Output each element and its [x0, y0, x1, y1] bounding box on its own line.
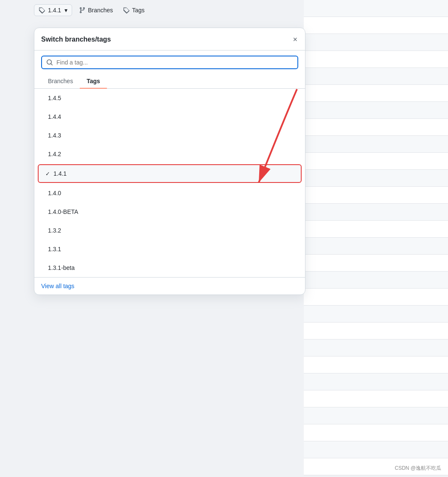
- top-bar: 1.4.1 ▾ Branches Tags: [34, 4, 148, 16]
- tab-tags[interactable]: Tags: [80, 74, 107, 89]
- tags-list: 1.4.51.4.41.4.31.4.2✓1.4.11.4.01.4.0-BET…: [34, 89, 305, 277]
- tag-list-item[interactable]: 1.3.2: [34, 221, 305, 240]
- tag-list-item[interactable]: 1.4.4: [34, 107, 305, 126]
- search-input[interactable]: [56, 59, 293, 66]
- tag-name: 1.4.4: [48, 113, 61, 120]
- branches-label: Branches: [88, 7, 113, 14]
- branch-selector-button[interactable]: 1.4.1 ▾: [34, 4, 72, 16]
- watermark: CSDN @逸航不吃瓜: [395, 465, 441, 472]
- check-icon: ✓: [45, 171, 50, 177]
- branches-nav-link[interactable]: Branches: [76, 5, 116, 16]
- panel-title: Switch branches/tags: [41, 36, 111, 43]
- tag-name: 1.4.5: [48, 95, 61, 101]
- tag-list-item[interactable]: ✓1.4.1: [38, 164, 302, 183]
- tag-name: 1.4.1: [53, 170, 67, 177]
- view-all-tags-link[interactable]: View all tags: [41, 283, 74, 289]
- panel-footer: View all tags: [34, 277, 305, 295]
- search-container: [34, 51, 305, 74]
- tag-list-item[interactable]: 1.4.3: [34, 126, 305, 145]
- branch-selector-label: 1.4.1: [48, 7, 61, 14]
- tag-name: 1.4.2: [48, 151, 61, 157]
- search-icon: [46, 59, 53, 66]
- tab-branches[interactable]: Branches: [41, 74, 80, 89]
- tabs-container: Branches Tags: [34, 74, 305, 89]
- tag-list-item[interactable]: 1.4.2: [34, 145, 305, 163]
- tag-list-item[interactable]: 1.3.1: [34, 240, 305, 258]
- switch-branches-panel: Switch branches/tags × Branches Tags 1.4…: [34, 28, 305, 295]
- tag-name: 1.4.3: [48, 132, 61, 139]
- tags-label: Tags: [132, 7, 145, 14]
- branches-icon: [79, 7, 86, 14]
- background-lines: [304, 0, 448, 477]
- chevron-down-icon: ▾: [64, 7, 67, 14]
- tags-nav-link[interactable]: Tags: [120, 5, 148, 16]
- tag-list-item[interactable]: 1.4.0-BETA: [34, 202, 305, 221]
- search-input-wrapper: [41, 56, 298, 69]
- panel-header: Switch branches/tags ×: [34, 28, 305, 51]
- tag-name: 1.4.0-BETA: [48, 208, 78, 215]
- tag-list-item[interactable]: 1.4.5: [34, 89, 305, 107]
- tags-icon: [123, 7, 130, 14]
- close-button[interactable]: ×: [292, 35, 298, 44]
- tag-list-item[interactable]: 1.4.0: [34, 184, 305, 202]
- tag-name: 1.4.0: [48, 190, 61, 196]
- tag-name: 1.3.2: [48, 227, 61, 234]
- tag-name: 1.3.1: [48, 246, 61, 253]
- tag-icon: [39, 7, 45, 14]
- tag-list-item[interactable]: 1.3.1-beta: [34, 258, 305, 277]
- tag-name: 1.3.1-beta: [48, 264, 75, 271]
